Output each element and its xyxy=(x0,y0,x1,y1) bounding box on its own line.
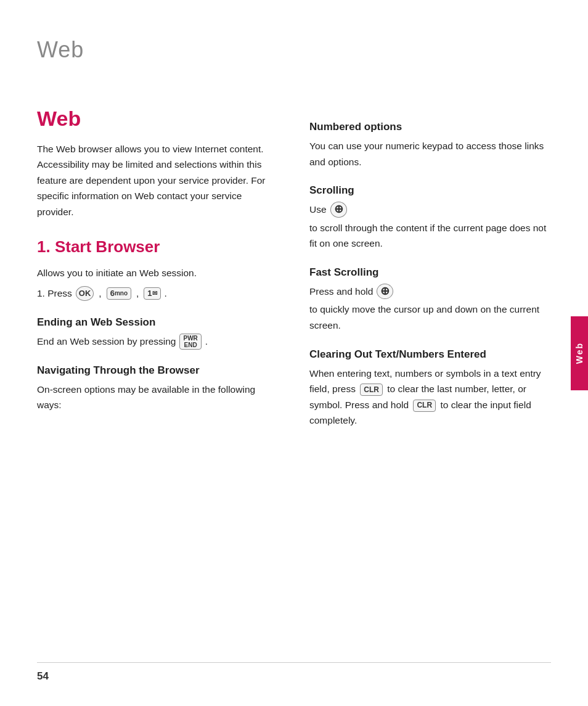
side-tab-label: Web xyxy=(574,342,584,364)
pwr-end-key: PWREND xyxy=(179,334,201,350)
clearing-section: Clearing Out Text/Numbers Entered When e… xyxy=(309,348,551,429)
fast-scrolling-pre: Press and hold xyxy=(309,284,373,300)
step-line: 1. Press OK , 6mno , 1✉ . xyxy=(37,285,279,302)
web-section-title: Web xyxy=(37,106,279,131)
scrolling-pre: Use xyxy=(309,202,327,218)
bottom-divider xyxy=(37,662,551,663)
ending-section: Ending an Web Session End an Web session… xyxy=(37,316,279,350)
start-browser-title: 1. Start Browser xyxy=(37,237,279,257)
ok-key: OK xyxy=(76,286,94,301)
fast-scrolling-post: to quickly move the cursor up and down o… xyxy=(309,302,551,333)
web-section-body: The Web browser allows you to view Inter… xyxy=(37,141,279,220)
page-number: 54 xyxy=(37,670,49,683)
web-section: Web The Web browser allows you to view I… xyxy=(37,106,279,220)
clr-key-1: CLR xyxy=(360,384,383,396)
left-column: Web The Web browser allows you to view I… xyxy=(37,106,279,429)
comma1: , xyxy=(99,288,101,299)
clearing-title: Clearing Out Text/Numbers Entered xyxy=(309,348,551,361)
fast-scrolling-title: Fast Scrolling xyxy=(309,266,551,279)
navigating-body: On-screen options may be available in th… xyxy=(37,382,279,413)
step-label: 1. Press xyxy=(37,285,72,302)
start-browser-section: 1. Start Browser Allows you to initiate … xyxy=(37,237,279,302)
page-header: Web xyxy=(0,37,588,81)
clearing-body-container: When entering text, numbers or symbols i… xyxy=(309,366,551,429)
ending-title: Ending an Web Session xyxy=(37,316,279,329)
fast-scrolling-section: Fast Scrolling Press and hold ⊕ to quick… xyxy=(309,266,551,334)
nav-key-fast: ⊕ xyxy=(377,284,393,300)
page-container: Web Web The Web browser allows you to vi… xyxy=(0,0,588,706)
page-header-title: Web xyxy=(37,37,84,62)
scrolling-title: Scrolling xyxy=(309,184,551,197)
right-column: Numbered options You can use your numeri… xyxy=(309,106,551,429)
scrolling-post: to scroll through the content if the cur… xyxy=(309,220,551,252)
navigating-title: Navigating Through the Browser xyxy=(37,364,279,377)
numbered-options-title: Numbered options xyxy=(309,121,551,133)
side-tab: Web xyxy=(571,316,588,390)
comma2: , xyxy=(136,288,139,299)
period: . xyxy=(165,285,167,302)
scrolling-section: Scrolling Use ⊕ to scroll through the co… xyxy=(309,184,551,252)
ending-period: . xyxy=(205,334,208,350)
six-key: 6mno xyxy=(107,287,131,300)
numbered-options-body: You can use your numeric keypad to acces… xyxy=(309,138,551,170)
content-area: Web The Web browser allows you to view I… xyxy=(0,81,588,429)
nav-key-scroll: ⊕ xyxy=(330,202,347,218)
numbered-options-section: Numbered options You can use your numeri… xyxy=(309,121,551,170)
start-browser-body: Allows you to initiate an Web session. xyxy=(37,265,279,281)
one-key: 1✉ xyxy=(144,287,160,300)
navigating-section: Navigating Through the Browser On-screen… xyxy=(37,364,279,413)
clr-key-2: CLR xyxy=(413,400,436,412)
ending-body: End an Web session by pressing xyxy=(37,334,176,350)
